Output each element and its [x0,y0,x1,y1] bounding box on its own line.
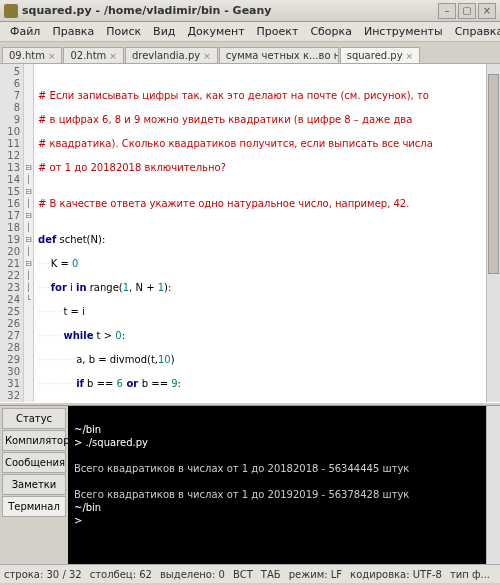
editor-scrollbar[interactable] [486,64,500,402]
tab-terminal[interactable]: Терминал [2,496,66,517]
close-icon[interactable]: × [406,51,414,61]
window-titlebar: squared.py - /home/vladimir/bin - Geany … [0,0,500,22]
status-tab: ТАБ [261,569,281,580]
close-icon[interactable]: × [48,51,56,61]
close-icon[interactable]: × [109,51,117,61]
line-numbers: 5678910111213141516171819202122232425262… [0,64,24,402]
code-area[interactable]: # Если записывать цифры так, как это дел… [34,64,486,402]
status-ins: ВСТ [233,569,253,580]
menu-file[interactable]: Файл [4,23,46,40]
document-tabs: 09.htm× 02.htm× drevlandia.py× сумма чет… [0,42,500,64]
tab-compiler[interactable]: Компилятор [2,430,66,451]
bottom-tabs: Статус Компилятор Сообщения Заметки Терм… [0,406,68,564]
tab-notes[interactable]: Заметки [2,474,66,495]
editor[interactable]: 5678910111213141516171819202122232425262… [0,64,500,402]
status-enc: кодировка: UTF-8 [350,569,442,580]
menu-help[interactable]: Справка [449,23,500,40]
menu-build[interactable]: Сборка [304,23,358,40]
scrollbar-thumb[interactable] [488,74,499,274]
menu-search[interactable]: Поиск [100,23,147,40]
status-ft: тип ф... [450,569,490,580]
menu-view[interactable]: Вид [147,23,181,40]
tab-02htm[interactable]: 02.htm× [63,47,123,63]
close-window-button[interactable]: × [478,3,496,19]
menu-edit[interactable]: Правка [46,23,100,40]
menu-tools[interactable]: Инструменты [358,23,449,40]
status-eol: режим: LF [289,569,342,580]
fold-margin[interactable]: ⊟│⊟│⊟│⊟│⊟││└ [24,64,34,402]
menu-document[interactable]: Документ [181,23,250,40]
tab-status[interactable]: Статус [2,408,66,429]
terminal[interactable]: ~/bin > ./squared.py Всего квадратиков в… [68,406,486,564]
tab-09htm[interactable]: 09.htm× [2,47,62,63]
minimize-button[interactable]: – [438,3,456,19]
tab-squared[interactable]: squared.py× [340,47,420,63]
status-col: столбец: 62 [90,569,152,580]
status-sel: выделено: 0 [160,569,225,580]
menubar: Файл Правка Поиск Вид Документ Проект Сб… [0,22,500,42]
tab-summa[interactable]: сумма четных к...во нечетных.pas× [219,47,339,63]
menu-project[interactable]: Проект [251,23,305,40]
tab-drevlandia[interactable]: drevlandia.py× [125,47,218,63]
close-icon[interactable]: × [203,51,211,61]
tab-messages[interactable]: Сообщения [2,452,66,473]
window-title: squared.py - /home/vladimir/bin - Geany [22,4,436,17]
terminal-scrollbar[interactable] [486,406,500,564]
bottom-panel: Статус Компилятор Сообщения Заметки Терм… [0,406,500,564]
statusbar: строка: 30 / 32 столбец: 62 выделено: 0 … [0,564,500,583]
maximize-button[interactable]: ▢ [458,3,476,19]
app-icon [4,4,18,18]
status-line: строка: 30 / 32 [4,569,82,580]
